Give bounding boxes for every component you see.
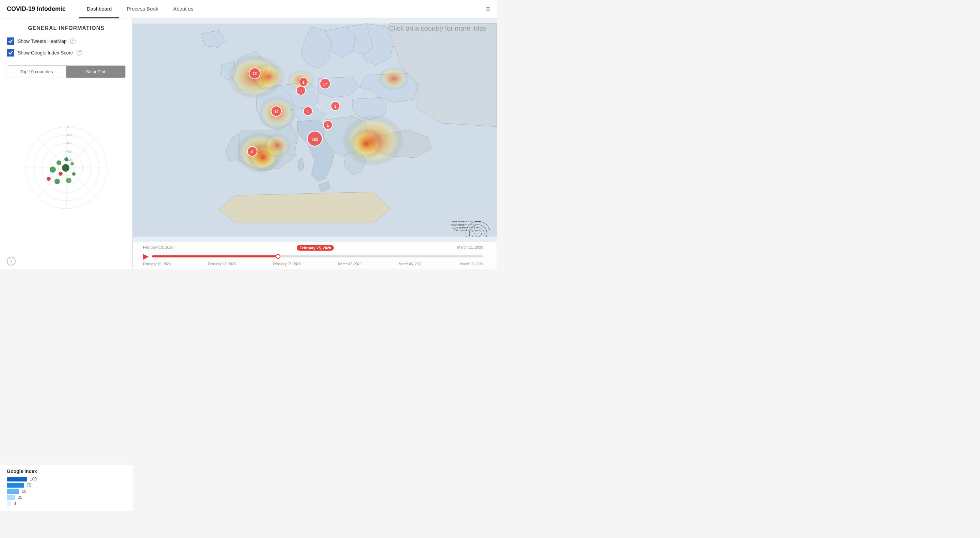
tweets-heatmap-label: Show Tweets HeatMap — [18, 38, 67, 44]
solar-plot-toggle[interactable]: Solar Plot — [66, 66, 126, 78]
nav-link-about-us[interactable]: About us — [166, 0, 201, 18]
polar-chart-container: 0 0.2 0.4 0.6 0.8 — [7, 81, 126, 254]
europe-map[interactable]: 13 17 1 14 1 2 322 1 6 — [133, 18, 497, 242]
svg-text:1: 1 — [302, 80, 305, 85]
brand-title: COVID-19 Infodemic — [7, 5, 66, 13]
google-index-help[interactable]: ? — [76, 50, 82, 56]
main-layout: GENERAL INFORMATIONS Show Tweets HeatMap… — [0, 18, 497, 269]
svg-point-33 — [379, 66, 409, 91]
timeline-label: February 19, 2020 — [143, 262, 171, 266]
svg-text:13: 13 — [253, 72, 256, 76]
svg-text:322: 322 — [312, 137, 318, 141]
polar-chart: 0 0.2 0.4 0.6 0.8 — [19, 120, 114, 216]
timeline-current-date: February 25, 2020 — [297, 245, 334, 251]
svg-text:1: 1 — [300, 89, 302, 93]
svg-text:2: 2 — [334, 104, 336, 108]
timeline-label: February 23, 2020 — [208, 262, 236, 266]
timeline-label: March 02, 2020 — [338, 262, 362, 266]
svg-text:0.2: 0.2 — [67, 134, 72, 137]
map-area: Click on a country for more infos — [133, 18, 497, 269]
sidebar: GENERAL INFORMATIONS Show Tweets HeatMap… — [0, 18, 133, 269]
timeline-label: February 27, 2020 — [273, 262, 301, 266]
svg-text:1: 1 — [327, 123, 329, 127]
google-index-label: Show Google Index Score — [18, 50, 73, 56]
svg-text:0: 0 — [67, 125, 69, 129]
help-icon[interactable]: ? — [7, 257, 16, 266]
timeline-area: February 19, 2020 February 25, 2020 Marc… — [133, 242, 497, 269]
sidebar-title: GENERAL INFORMATIONS — [7, 25, 126, 31]
svg-text:6: 6 — [251, 150, 253, 154]
svg-text:15000 cases: 15000 cases — [449, 220, 465, 223]
top10-toggle[interactable]: Top 10 countries — [7, 66, 66, 78]
view-toggle: Top 10 countries Solar Plot — [7, 65, 126, 78]
play-button[interactable]: ▶ — [143, 252, 149, 261]
map-top-label: Click on a country for more infos — [389, 24, 487, 32]
svg-point-29 — [349, 128, 383, 160]
tweets-heatmap-help[interactable]: ? — [70, 38, 76, 44]
nav-links: DashboardProcess BookAbout us — [79, 0, 201, 18]
timeline-slider[interactable] — [152, 255, 483, 257]
svg-point-19 — [59, 172, 63, 176]
svg-text:200 cases: 200 cases — [453, 229, 466, 232]
tweets-heatmap-row: Show Tweets HeatMap ? — [7, 37, 126, 45]
google-index-checkbox[interactable] — [7, 49, 14, 56]
svg-point-56 — [469, 225, 487, 237]
svg-point-57 — [472, 227, 484, 237]
svg-point-16 — [70, 162, 74, 166]
svg-point-23 — [47, 177, 51, 181]
tweets-heatmap-checkbox[interactable] — [7, 37, 14, 45]
timeline-label: March 10, 2020 — [460, 262, 483, 266]
timeline-slider-row: ▶ — [143, 252, 483, 261]
svg-point-18 — [62, 164, 69, 172]
svg-point-17 — [50, 166, 56, 172]
svg-point-15 — [56, 160, 61, 165]
svg-text:17: 17 — [323, 82, 327, 86]
timeline-left-date: February 19, 2020 — [143, 245, 173, 251]
timeline-bottom-labels: February 19, 2020February 23, 2020Februa… — [143, 262, 483, 266]
navbar: COVID-19 Infodemic DashboardProcess Book… — [0, 0, 497, 18]
slider-fill — [152, 255, 278, 257]
svg-point-32 — [263, 134, 291, 158]
svg-point-21 — [66, 178, 72, 183]
svg-text:1: 1 — [307, 110, 309, 114]
timeline-label: March 06, 2020 — [399, 262, 423, 266]
timeline-top-labels: February 19, 2020 February 25, 2020 Marc… — [143, 245, 483, 251]
svg-text:0.6: 0.6 — [67, 150, 72, 153]
svg-point-58 — [475, 230, 482, 237]
svg-point-22 — [54, 179, 60, 184]
google-index-row: Show Google Index Score ? — [7, 49, 126, 56]
svg-text:14: 14 — [274, 110, 279, 114]
nav-link-process-book[interactable]: Process Book — [119, 0, 166, 18]
svg-point-20 — [72, 172, 76, 176]
timeline-right-date: March 11, 2020 — [457, 245, 483, 251]
svg-point-14 — [64, 157, 68, 161]
svg-text:0.4: 0.4 — [67, 142, 72, 145]
circle-legend: 15000 cases 7000 cases 2000 cases 200 ca… — [449, 210, 490, 238]
slider-thumb[interactable] — [275, 254, 280, 259]
hamburger-icon[interactable]: ≡ — [486, 5, 490, 13]
nav-link-dashboard[interactable]: Dashboard — [79, 0, 119, 18]
